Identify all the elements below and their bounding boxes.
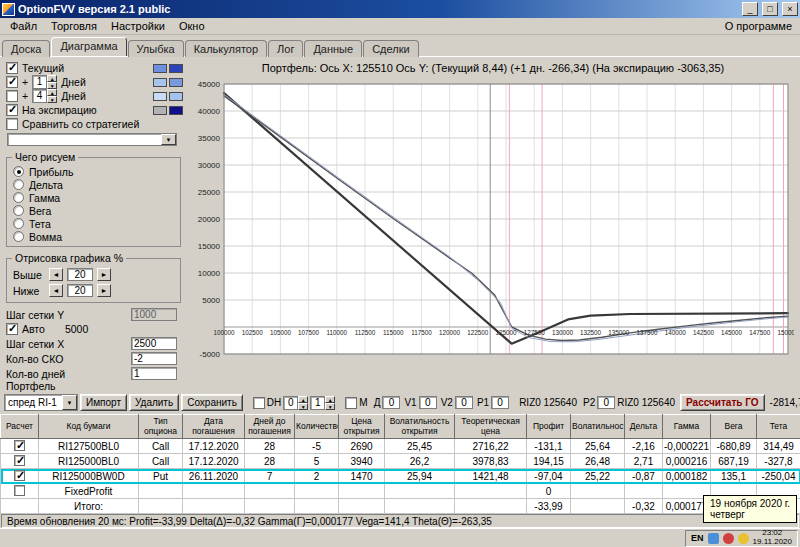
cell[interactable]: FixedProfit xyxy=(39,484,139,499)
sko-input[interactable]: -2 xyxy=(131,352,177,365)
increase-button[interactable]: ► xyxy=(97,268,111,281)
chevron-down-icon[interactable]: ▼ xyxy=(62,395,77,410)
spinner-down-icon[interactable]: ▼ xyxy=(298,403,308,410)
cell[interactable]: 135,1 xyxy=(711,469,757,484)
col-header-14[interactable]: Тета xyxy=(757,415,800,439)
cell[interactable]: 26,48 xyxy=(571,454,625,469)
cell[interactable]: -680,89 xyxy=(711,439,757,454)
row-check-cell[interactable] xyxy=(1,484,39,499)
col-header-6[interactable]: Цена открытия xyxy=(339,415,385,439)
cell[interactable]: 687,19 xyxy=(711,454,757,469)
cell[interactable]: -97,04 xyxy=(527,469,571,484)
increase-button[interactable]: ► xyxy=(97,284,111,297)
cell[interactable]: 25,64 xyxy=(571,439,625,454)
keyboard-language-indicator[interactable]: EN xyxy=(691,533,704,543)
radio-button[interactable] xyxy=(13,166,24,177)
cell[interactable]: RI125000BW0D xyxy=(39,469,139,484)
cell[interactable]: 28 xyxy=(245,439,295,454)
col-header-3[interactable]: Дата погашения xyxy=(183,415,245,439)
col-header-12[interactable]: Гамма xyxy=(663,415,711,439)
dh-spinner-1[interactable]: 0 ▲ ▼ xyxy=(283,396,308,410)
cell[interactable]: 0,000182 xyxy=(663,469,711,484)
cell[interactable]: 2,71 xyxy=(625,454,663,469)
spinner-down-icon[interactable]: ▼ xyxy=(47,82,57,89)
save-button[interactable]: Сохранить xyxy=(181,394,243,411)
import-button[interactable]: Импорт xyxy=(80,394,127,411)
row-checkbox[interactable] xyxy=(14,485,25,496)
radio-button[interactable] xyxy=(13,205,24,216)
cell[interactable]: -131,1 xyxy=(527,439,571,454)
days-spinner[interactable]: 1▲▼ xyxy=(32,75,57,89)
days-count-input[interactable]: 1 xyxy=(131,367,177,380)
cell[interactable]: 25,94 xyxy=(385,469,455,484)
col-header-7[interactable]: Волатильность открытия xyxy=(385,415,455,439)
menu-item-2[interactable]: Настройки xyxy=(104,19,172,33)
cell[interactable]: -33,99 xyxy=(527,499,571,514)
cell[interactable]: -0,000221 xyxy=(663,439,711,454)
delete-button[interactable]: Удалить xyxy=(129,394,179,411)
draw-option-2[interactable]: Гамма xyxy=(13,191,177,204)
cell[interactable] xyxy=(183,484,245,499)
cell[interactable]: -327,8 xyxy=(757,454,800,469)
decrease-button[interactable]: ◄ xyxy=(49,268,63,281)
param-input[interactable]: 0 xyxy=(491,396,509,409)
table-row-1[interactable]: RI125000BL0Call17.12.2020285394026,23978… xyxy=(1,454,800,469)
cell[interactable]: 314,49 xyxy=(757,439,800,454)
dh-checkbox[interactable] xyxy=(253,397,265,409)
param-input[interactable]: 0 xyxy=(382,396,400,409)
row-checkbox[interactable] xyxy=(14,440,25,451)
calc-go-button[interactable]: Рассчитать ГО xyxy=(680,394,765,411)
table-row-3[interactable]: FixedProfit0 xyxy=(1,484,800,499)
row-check-cell[interactable] xyxy=(1,439,39,454)
cell[interactable]: 2 xyxy=(295,469,339,484)
cell[interactable]: 0 xyxy=(527,484,571,499)
col-header-5[interactable]: Количество xyxy=(295,415,339,439)
days-spinner[interactable]: 4▲▼ xyxy=(32,89,57,103)
row-checkbox[interactable] xyxy=(14,455,25,466)
cell[interactable]: -250,04 xyxy=(757,469,800,484)
cell[interactable]: RI127500BL0 xyxy=(39,439,139,454)
param-input[interactable]: 0 xyxy=(455,396,473,409)
cell[interactable]: 5 xyxy=(295,454,339,469)
cell[interactable]: 2690 xyxy=(339,439,385,454)
m-checkbox[interactable] xyxy=(345,397,357,409)
portfolio-preset-select[interactable]: спред RI-1 ▼ xyxy=(4,394,78,411)
tab-1[interactable]: Диаграмма xyxy=(51,37,126,56)
cell[interactable]: 3940 xyxy=(339,454,385,469)
param-input[interactable]: 0 xyxy=(419,396,437,409)
cell[interactable] xyxy=(139,484,183,499)
col-header-4[interactable]: Дней до погашения xyxy=(245,415,295,439)
tab-6[interactable]: Сделки xyxy=(363,40,419,57)
col-header-0[interactable]: Расчет xyxy=(1,415,39,439)
menu-item-0[interactable]: Файл xyxy=(3,19,44,33)
cell[interactable] xyxy=(183,499,245,514)
col-header-1[interactable]: Код бумаги xyxy=(39,415,139,439)
cell[interactable] xyxy=(455,499,527,514)
cell[interactable]: 25,22 xyxy=(571,469,625,484)
radio-button[interactable] xyxy=(13,192,24,203)
strategy-select[interactable]: ▼ xyxy=(7,133,177,146)
cell[interactable]: 1470 xyxy=(339,469,385,484)
cell[interactable]: 26.11.2020 xyxy=(183,469,245,484)
cell[interactable] xyxy=(339,499,385,514)
radio-button[interactable] xyxy=(13,179,24,190)
cell[interactable]: Call xyxy=(139,454,183,469)
menu-about[interactable]: О программе xyxy=(720,19,797,33)
cell[interactable] xyxy=(571,499,625,514)
draw-option-4[interactable]: Тета xyxy=(13,217,177,230)
cell[interactable]: 1421,48 xyxy=(455,469,527,484)
minimize-button[interactable]: _ xyxy=(742,2,758,16)
series-checkbox[interactable] xyxy=(6,76,18,88)
col-header-13[interactable]: Вега xyxy=(711,415,757,439)
row-check-cell[interactable] xyxy=(1,499,39,514)
table-row-0[interactable]: RI127500BL0Call17.12.202028-5269025,4527… xyxy=(1,439,800,454)
spinner-down-icon[interactable]: ▼ xyxy=(47,96,57,103)
table-row-2[interactable]: RI125000BW0DPut26.11.202072147025,941421… xyxy=(1,469,800,484)
cell[interactable]: 25,45 xyxy=(385,439,455,454)
cell[interactable]: -0,87 xyxy=(625,469,663,484)
cell[interactable]: -2,16 xyxy=(625,439,663,454)
cell[interactable] xyxy=(385,484,455,499)
cell[interactable] xyxy=(571,484,625,499)
cell[interactable]: 17.12.2020 xyxy=(183,454,245,469)
compare-checkbox[interactable] xyxy=(6,118,18,130)
